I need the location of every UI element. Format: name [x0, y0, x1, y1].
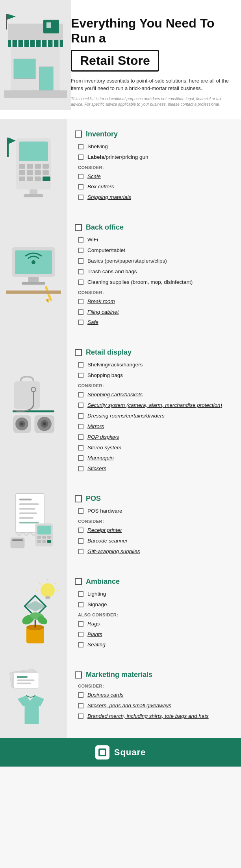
item-checkbox[interactable]: [78, 445, 83, 451]
footer-logo: Square: [95, 745, 146, 760]
consider-label: CONSIDER:: [78, 165, 233, 170]
item-checkbox[interactable]: [78, 184, 83, 189]
item-checkbox[interactable]: [78, 362, 83, 368]
list-item: Stereo system: [78, 444, 233, 452]
item-checkbox[interactable]: [78, 269, 83, 274]
item-checkbox[interactable]: [78, 714, 83, 719]
item-checkbox[interactable]: [78, 144, 83, 149]
item-checkbox[interactable]: [78, 549, 83, 554]
back-office-title: Back office: [86, 223, 124, 232]
item-label: POS hardware: [87, 508, 122, 515]
item-label: Shopping carts/baskets: [87, 391, 143, 399]
item-label: Cleaning supplies (broom, mop, disinfect…: [87, 279, 193, 286]
item-label: Filing cabinet: [87, 309, 119, 316]
retail-display-content: Retail display Shelving/racks/hangers Sh…: [67, 337, 241, 484]
pos-title: POS: [86, 495, 101, 503]
inventory-checkbox[interactable]: [75, 131, 82, 138]
list-item: Stickers: [78, 465, 233, 473]
svg-rect-62: [19, 522, 39, 524]
item-checkbox[interactable]: [78, 434, 83, 440]
item-checkbox[interactable]: [78, 403, 83, 408]
list-item: Shopping bags: [78, 372, 233, 379]
header-disclaimer: This checklist is for educational purpos…: [71, 96, 229, 107]
svg-line-78: [39, 582, 41, 584]
item-checkbox[interactable]: [78, 602, 83, 607]
consider-label: CONSIDER:: [78, 519, 233, 524]
item-checkbox[interactable]: [78, 195, 83, 200]
item-label: Shopping bags: [87, 372, 123, 379]
svg-rect-30: [27, 177, 33, 181]
item-checkbox[interactable]: [78, 392, 83, 397]
svg-rect-65: [37, 536, 41, 539]
list-item: Box cutters: [78, 183, 233, 191]
marketing-checkbox[interactable]: [75, 671, 82, 679]
item-label: Receipt printer: [87, 527, 122, 534]
item-checkbox[interactable]: [78, 258, 83, 264]
svg-rect-60: [19, 512, 37, 514]
item-label: Mannequin: [87, 454, 114, 462]
list-item: Break room: [78, 298, 233, 305]
svg-marker-36: [9, 138, 16, 144]
item-checkbox[interactable]: [78, 373, 83, 378]
svg-rect-64: [37, 525, 51, 534]
inventory-header: Inventory: [75, 130, 233, 138]
list-item: Shelving/racks/hangers: [78, 361, 233, 369]
svg-rect-44: [6, 291, 61, 294]
item-checkbox[interactable]: [78, 703, 83, 708]
item-checkbox[interactable]: [78, 320, 83, 325]
svg-rect-61: [19, 517, 33, 519]
item-checkbox[interactable]: [78, 508, 83, 514]
item-checkbox[interactable]: [78, 299, 83, 304]
svg-rect-91: [17, 676, 28, 678]
item-checkbox[interactable]: [78, 591, 83, 597]
svg-rect-70: [47, 540, 51, 542]
list-item: Labels/printer/pricing gun: [78, 154, 233, 161]
item-checkbox[interactable]: [78, 413, 83, 419]
item-label: Basics (pens/paper/staplers/clips): [87, 257, 167, 265]
pos-section: POS POS hardware CONSIDER: Receipt print…: [0, 484, 241, 566]
item-label: Scale: [87, 173, 101, 180]
item-checkbox[interactable]: [78, 632, 83, 637]
item-checkbox[interactable]: [78, 528, 83, 533]
ambiance-checkbox[interactable]: [75, 578, 82, 585]
also-consider-label: ALSO CONSIDER:: [78, 612, 233, 617]
svg-rect-68: [37, 540, 41, 542]
item-checkbox[interactable]: [78, 309, 83, 315]
item-label: Seating: [87, 641, 106, 649]
item-label: Gift-wrapping supplies: [87, 548, 140, 555]
svg-rect-23: [35, 164, 41, 169]
list-item: Signage: [78, 601, 233, 609]
back-office-checkbox[interactable]: [75, 224, 82, 231]
item-label: Computer/tablet: [87, 247, 125, 254]
svg-rect-25: [19, 170, 25, 175]
retail-display-illustration: [0, 337, 67, 484]
pos-checkbox[interactable]: [75, 495, 82, 502]
retail-display-header: Retail display: [75, 348, 233, 357]
item-label: Stickers, pens and small giveaways: [87, 702, 171, 710]
svg-point-73: [41, 583, 55, 597]
header-description: From inventory essentials to point-of-sa…: [71, 77, 229, 92]
svg-rect-57: [19, 498, 32, 500]
svg-point-55: [43, 423, 46, 426]
item-checkbox[interactable]: [78, 692, 83, 698]
item-label: Dressing rooms/curtains/dividers: [87, 412, 165, 420]
item-checkbox[interactable]: [78, 455, 83, 461]
list-item: Barcode scanner: [78, 537, 233, 545]
item-checkbox[interactable]: [78, 174, 83, 179]
item-checkbox[interactable]: [78, 424, 83, 429]
item-label: Branded merch, including shirts, tote ba…: [87, 713, 209, 720]
item-checkbox[interactable]: [78, 538, 83, 544]
item-checkbox[interactable]: [78, 237, 83, 243]
item-checkbox[interactable]: [78, 154, 83, 160]
item-checkbox[interactable]: [78, 248, 83, 253]
marketing-section: Marketing materials CONSIDER: Business c…: [0, 660, 241, 738]
item-checkbox[interactable]: [78, 466, 83, 471]
item-checkbox[interactable]: [78, 280, 83, 285]
retail-display-checkbox[interactable]: [75, 349, 82, 356]
svg-rect-15: [39, 67, 53, 90]
item-checkbox[interactable]: [78, 642, 83, 647]
square-logo-icon: [95, 745, 109, 760]
svg-rect-26: [27, 170, 33, 175]
item-checkbox[interactable]: [78, 621, 83, 627]
svg-rect-39: [28, 277, 39, 283]
